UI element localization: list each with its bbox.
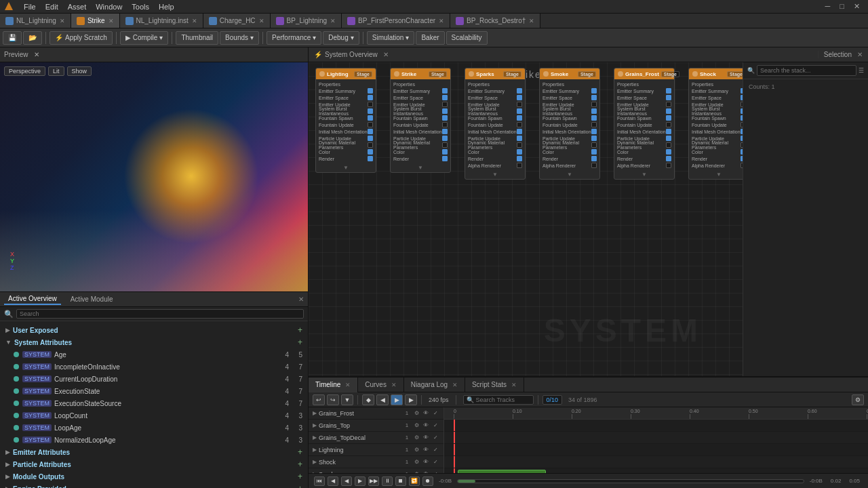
node-check-4[interactable] (666, 108, 671, 114)
tab-close-bp-rocks[interactable]: ✕ (529, 18, 534, 24)
tl-tab-curves[interactable]: Curves ✕ (358, 378, 403, 392)
node-check-6[interactable] (591, 122, 597, 127)
node-check-5[interactable] (741, 115, 743, 121)
track-icon-a-1[interactable]: 1 (403, 422, 411, 430)
pb-btn-stop[interactable]: ⏹ (395, 476, 406, 486)
node-check-1[interactable] (368, 88, 373, 94)
track-label-5[interactable]: ▶ Smoke 1 ⚙ 👁 ✓ (309, 468, 443, 473)
menu-file[interactable]: File (19, 3, 41, 11)
node-expand-btn[interactable]: ▼ (689, 170, 743, 179)
section-user-exposed[interactable]: ▶ User Exposed + (0, 324, 308, 336)
track-icon-c-4[interactable]: 👁 (422, 458, 430, 466)
node-check-12[interactable] (666, 163, 671, 168)
window-minimize[interactable]: ─ (821, 2, 835, 11)
section-emitter-add-btn[interactable]: + (298, 447, 302, 457)
menu-edit[interactable]: Edit (41, 3, 63, 11)
tl-btn-play-tl[interactable]: ▶ (391, 394, 403, 405)
compile-dropdown-icon[interactable]: ▾ (159, 34, 163, 41)
node-check-12[interactable] (591, 163, 597, 168)
node-check-8[interactable] (442, 136, 448, 141)
node-check-8[interactable] (666, 136, 671, 141)
node-stage-btn[interactable]: Stage (354, 71, 372, 77)
preview-close[interactable]: ✕ (34, 51, 39, 58)
sel-search-input[interactable] (757, 65, 856, 76)
node-check-6[interactable] (666, 122, 671, 127)
track-icon-a-0[interactable]: 1 (403, 409, 411, 418)
section-engine-add-btn[interactable]: + (298, 484, 302, 488)
node-stage-btn[interactable]: Stage (578, 71, 596, 77)
tl-tab-curves-close[interactable]: ✕ (391, 382, 397, 388)
tab-close-bp-lightning[interactable]: ✕ (330, 18, 336, 24)
view-show-btn[interactable]: Show (67, 66, 92, 76)
track-icon-c-0[interactable]: 👁 (422, 409, 430, 418)
track-icon-b-0[interactable]: ⚙ (412, 409, 420, 418)
node-check-4[interactable] (741, 108, 743, 114)
tab-bp-lightning[interactable]: BP_Lightning ✕ (271, 14, 342, 28)
bounds-dropdown-icon[interactable]: ▾ (250, 34, 254, 41)
node-check-8[interactable] (368, 136, 373, 141)
tab-close-nl-lightning-inst[interactable]: ✕ (192, 18, 197, 24)
pb-btn-prev-frame[interactable]: ◀ (328, 476, 338, 486)
tab-nl-lightning[interactable]: NL_Lightning ✕ (0, 14, 71, 28)
menu-window[interactable]: Window (91, 3, 127, 11)
section-module-add-btn[interactable]: + (298, 472, 302, 481)
track-label-4[interactable]: ▶ Shock 1 ⚙ 👁 ✓ (309, 456, 443, 468)
node-check-12[interactable] (741, 163, 743, 168)
node-check-6[interactable] (517, 122, 522, 127)
track-icon-b-2[interactable]: ⚙ (412, 434, 420, 442)
track-expand-3[interactable]: ▶ (313, 447, 317, 453)
track-icon-b-1[interactable]: ⚙ (412, 422, 420, 430)
debug-dropdown-icon[interactable]: ▾ (351, 34, 354, 41)
node-check-5[interactable] (517, 115, 522, 121)
tl-track-search-input[interactable] (476, 396, 530, 403)
node-check-11[interactable] (442, 156, 448, 161)
tab-close-bp-firstperson[interactable]: ✕ (439, 18, 444, 24)
node-check-1[interactable] (442, 88, 448, 94)
node-check-4[interactable] (517, 108, 522, 114)
node-check-9[interactable] (591, 142, 597, 148)
node-check-10[interactable] (591, 149, 597, 155)
node-check-5[interactable] (442, 115, 448, 121)
node-check-7[interactable] (368, 129, 373, 134)
track-label-2[interactable]: ▶ Grains_TopDecal 1 ⚙ 👁 ✓ (309, 432, 443, 444)
node-card-shock[interactable]: Shock Stage Properties Emitter Summary E… (688, 68, 743, 180)
node-check-8[interactable] (741, 136, 743, 141)
node-check-5[interactable] (591, 115, 597, 121)
tab-charge-hc[interactable]: Charge_HC ✕ (203, 14, 271, 28)
toolbar-scalability[interactable]: Scalability (446, 31, 488, 45)
node-check-10[interactable] (517, 149, 522, 155)
tl-tab-log-close[interactable]: ✕ (452, 382, 458, 388)
node-check-5[interactable] (666, 115, 671, 121)
section-module-outputs[interactable]: ▶ Module Outputs + (0, 470, 308, 483)
node-check-2[interactable] (666, 95, 671, 100)
section-particle-attrs[interactable]: ▶ Particle Attributes + (0, 458, 308, 470)
node-check-3[interactable] (368, 102, 373, 107)
track-expand-2[interactable]: ▶ (313, 434, 317, 441)
node-check-4[interactable] (442, 108, 448, 114)
track-icon-d-4[interactable]: ✓ (431, 458, 439, 466)
node-check-4[interactable] (368, 108, 373, 114)
section-system-attrs[interactable]: ▼ System Attributes + (0, 336, 308, 348)
section-system-add-btn[interactable]: + (298, 338, 302, 347)
node-check-11[interactable] (591, 156, 597, 161)
node-check-9[interactable] (368, 142, 373, 148)
node-expand-btn[interactable]: ▼ (465, 170, 525, 179)
track-expand-1[interactable]: ▶ (313, 422, 317, 428)
section-particle-add-btn[interactable]: + (298, 460, 302, 469)
params-tab-module[interactable]: Active Module (66, 294, 117, 304)
tab-nl-lightning-inst[interactable]: NL_Lightning.inst ✕ (120, 14, 203, 28)
node-card-lighting[interactable]: Lighting Stage Properties Emitter Summar… (315, 68, 376, 173)
node-check-7[interactable] (741, 129, 743, 134)
view-lit-btn[interactable]: Lit (48, 66, 64, 76)
node-check-4[interactable] (591, 108, 597, 114)
track-label-0[interactable]: ▶ Grains_Frost 1 ⚙ 👁 ✓ (309, 407, 443, 420)
node-check-2[interactable] (591, 95, 597, 100)
tl-btn-key[interactable]: ◆ (362, 394, 374, 405)
toolbar-baker[interactable]: Baker (416, 31, 444, 45)
node-expand-btn[interactable]: ▼ (614, 170, 674, 179)
node-check-11[interactable] (517, 156, 522, 161)
node-check-7[interactable] (517, 129, 522, 134)
pb-btn-next[interactable]: ▶▶ (368, 476, 379, 486)
tl-tab-niagara-log[interactable]: Niagara Log ✕ (404, 378, 465, 392)
tl-btn-down[interactable]: ▼ (341, 394, 353, 405)
